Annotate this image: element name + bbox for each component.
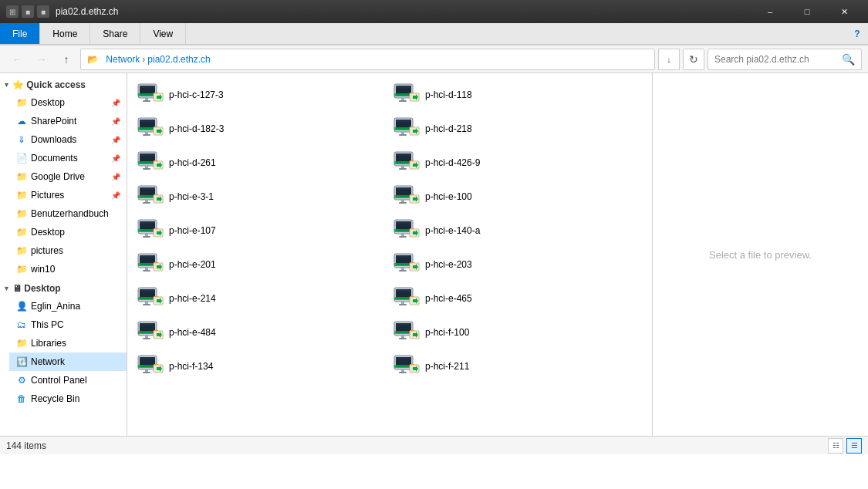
file-item[interactable]: p-hci-e-107 bbox=[133, 215, 387, 246]
network-drive-icon bbox=[137, 150, 164, 175]
up-button[interactable]: ↑ bbox=[56, 49, 77, 70]
file-item-label: p-hci-e-107 bbox=[169, 225, 216, 236]
sidebar-item-control-panel[interactable]: ⚙ Control Panel bbox=[9, 371, 127, 390]
file-item-label: p-hci-e-3-1 bbox=[169, 191, 214, 202]
file-item[interactable]: p-hci-f-134 bbox=[133, 351, 387, 382]
file-area: p-hci-c-127-3 p-hci-d-118 bbox=[127, 73, 652, 436]
sidebar-item-this-pc[interactable]: 🗂 This PC bbox=[9, 315, 127, 334]
chevron-down-icon: ▼ bbox=[3, 285, 10, 292]
file-item[interactable]: p-hci-f-211 bbox=[390, 351, 643, 382]
file-item-label: p-hci-d-118 bbox=[425, 89, 472, 100]
sidebar-item-label: pictures bbox=[31, 245, 120, 256]
svg-rect-2 bbox=[140, 86, 155, 88]
file-item-label: p-hci-d-426-9 bbox=[425, 157, 480, 168]
address-path[interactable]: 📂 Network › pia02.d.ethz.ch bbox=[80, 49, 655, 70]
sidebar-item-label: Downloads bbox=[31, 134, 108, 145]
close-button[interactable]: ✕ bbox=[826, 0, 862, 23]
sidebar-item-label: Recycle Bin bbox=[31, 393, 120, 404]
pin-icon: 📌 bbox=[111, 191, 120, 200]
pin-icon: 📌 bbox=[111, 99, 120, 107]
file-item[interactable]: p-hci-d-218 bbox=[390, 113, 643, 144]
file-item[interactable]: p-hci-e-3-1 bbox=[133, 181, 387, 212]
sidebar-item-documents[interactable]: 📄 Documents 📌 bbox=[9, 149, 127, 167]
tab-home[interactable]: Home bbox=[40, 23, 90, 44]
sidebar-item-network[interactable]: 🔃 Network bbox=[9, 352, 127, 371]
refresh-button[interactable]: ↻ bbox=[683, 49, 704, 70]
sidebar-item-desktop-2[interactable]: 📁 Desktop bbox=[9, 223, 127, 241]
address-dropdown[interactable]: ↓ bbox=[658, 49, 680, 70]
sidebar-item-label: Desktop bbox=[31, 97, 108, 108]
sidebar-item-sharepoint[interactable]: ☁ SharePoint 📌 bbox=[9, 112, 127, 130]
help-button[interactable]: ? bbox=[846, 23, 868, 44]
svg-rect-42 bbox=[140, 153, 155, 156]
desktop-label: 🖥 Desktop bbox=[12, 283, 61, 294]
file-item-label: p-hci-f-100 bbox=[425, 327, 469, 338]
folder-icon: 📁 bbox=[15, 337, 28, 349]
file-item[interactable]: p-hci-f-100 bbox=[390, 317, 643, 348]
network-drive-icon bbox=[393, 83, 420, 107]
tab-share[interactable]: Share bbox=[90, 23, 140, 44]
sidebar-item-label: Eglin_Anina bbox=[31, 301, 120, 312]
file-item-label: p-hci-e-201 bbox=[169, 259, 216, 270]
file-item-label: p-hci-c-127-3 bbox=[169, 89, 224, 100]
minimize-button[interactable]: – bbox=[752, 0, 788, 23]
network-icon: 🔃 bbox=[15, 356, 28, 368]
svg-rect-34 bbox=[399, 134, 407, 136]
sidebar-item-recycle-bin[interactable]: 🗑 Recycle Bin bbox=[9, 390, 127, 408]
file-item[interactable]: p-hci-d-182-3 bbox=[133, 113, 387, 144]
tab-view[interactable]: View bbox=[140, 23, 186, 44]
quick-access-header[interactable]: ▼ ⭐ Quick access bbox=[0, 76, 127, 93]
pin-icon: 📌 bbox=[111, 173, 120, 181]
download-icon: ⇓ bbox=[15, 133, 28, 146]
tab-file[interactable]: File bbox=[0, 23, 40, 44]
sidebar-item-google-drive[interactable]: 📁 Google Drive 📌 bbox=[9, 167, 127, 186]
sidebar-item-downloads[interactable]: ⇓ Downloads 📌 bbox=[9, 130, 127, 149]
file-item[interactable]: p-hci-e-100 bbox=[390, 181, 643, 212]
maximize-button[interactable]: □ bbox=[789, 0, 825, 23]
path-network[interactable]: Network bbox=[106, 54, 140, 65]
svg-rect-172 bbox=[396, 357, 411, 359]
view-large-icon-button[interactable]: ☷ bbox=[828, 438, 843, 454]
file-item-label: p-hci-d-218 bbox=[425, 123, 472, 134]
file-item[interactable]: p-hci-e-484 bbox=[133, 317, 387, 348]
network-drive-icon bbox=[393, 184, 420, 209]
sidebar-item-win10[interactable]: 📁 win10 bbox=[9, 260, 127, 278]
sidebar-item-desktop-1[interactable]: 📁 Desktop 📌 bbox=[9, 93, 127, 112]
file-item[interactable]: p-hci-d-261 bbox=[133, 147, 387, 178]
path-host[interactable]: pia02.d.ethz.ch bbox=[147, 54, 210, 65]
sidebar-item-libraries[interactable]: 📁 Libraries bbox=[9, 334, 127, 352]
folder-icon: 📁 bbox=[15, 244, 28, 257]
sidebar-item-pictures-2[interactable]: 📁 pictures bbox=[9, 241, 127, 260]
back-button[interactable]: ← bbox=[6, 49, 28, 70]
sidebar-item-benutzerhandbuch[interactable]: 📁 Benutzerhandbuch bbox=[9, 204, 127, 223]
file-item[interactable]: p-hci-c-127-3 bbox=[133, 79, 387, 110]
cloud-icon: ☁ bbox=[15, 115, 28, 127]
sidebar-item-label: Benutzerhandbuch bbox=[31, 208, 120, 219]
file-item[interactable]: p-hci-e-203 bbox=[390, 249, 643, 280]
network-drive-icon bbox=[137, 218, 164, 243]
sidebar-item-pictures[interactable]: 📁 Pictures 📌 bbox=[9, 186, 127, 204]
network-drive-icon bbox=[137, 184, 164, 209]
search-icon: 🔍 bbox=[842, 53, 855, 66]
desktop-header[interactable]: ▼ 🖥 Desktop bbox=[0, 280, 127, 297]
file-item[interactable]: p-hci-e-214 bbox=[133, 283, 387, 314]
file-item-label: p-hci-e-100 bbox=[425, 191, 472, 202]
file-grid: p-hci-c-127-3 p-hci-d-118 bbox=[133, 79, 646, 382]
svg-rect-94 bbox=[399, 236, 407, 238]
quick-access-items: 📁 Desktop 📌 ☁ SharePoint 📌 ⇓ Downloads 📌… bbox=[0, 93, 127, 278]
sidebar: ▼ ⭐ Quick access 📁 Desktop 📌 ☁ SharePoin… bbox=[0, 73, 127, 436]
address-bar: ← → ↑ 📂 Network › pia02.d.ethz.ch ↓ ↻ 🔍 bbox=[0, 46, 868, 73]
forward-button[interactable]: → bbox=[31, 49, 52, 70]
search-input[interactable] bbox=[714, 54, 839, 65]
file-item[interactable]: p-hci-d-426-9 bbox=[390, 147, 643, 178]
svg-rect-162 bbox=[140, 357, 155, 359]
file-item[interactable]: p-hci-e-465 bbox=[390, 283, 643, 314]
app-icon-2: ■ bbox=[22, 5, 34, 18]
sidebar-item-eglin[interactable]: 👤 Eglin_Anina bbox=[9, 297, 127, 315]
title-bar: ⊞ ■ ■ pia02.d.ethz.ch – □ ✕ bbox=[0, 0, 868, 23]
view-list-button[interactable]: ☰ bbox=[846, 438, 862, 454]
svg-rect-134 bbox=[399, 304, 407, 305]
file-item[interactable]: p-hci-e-201 bbox=[133, 249, 387, 280]
file-item[interactable]: p-hci-d-118 bbox=[390, 79, 643, 110]
file-item[interactable]: p-hci-e-140-a bbox=[390, 215, 643, 246]
